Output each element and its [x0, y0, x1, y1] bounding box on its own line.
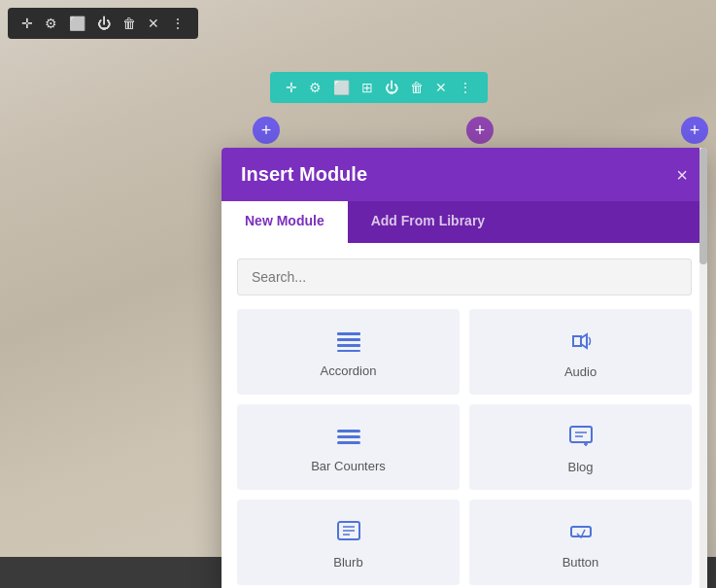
svg-rect-9 [570, 427, 592, 442]
insert-module-modal: Insert Module × New Module Add From Libr… [222, 148, 707, 588]
svg-marker-4 [573, 336, 581, 346]
scrollbar-thumb[interactable] [699, 148, 707, 264]
teal-more-icon[interactable]: ⋮ [455, 78, 476, 97]
teal-duplicate-icon[interactable]: ⬜ [329, 78, 354, 97]
accordion-icon [335, 330, 362, 356]
tab-new-module[interactable]: New Module [222, 201, 348, 243]
button-icon [568, 520, 594, 547]
add-module-button-mid[interactable]: + [466, 117, 494, 144]
teal-trash-icon[interactable]: 🗑 [406, 78, 427, 97]
teal-settings-icon[interactable]: ⚙ [305, 78, 325, 97]
module-audio[interactable]: Audio [469, 309, 692, 395]
modal-header: Insert Module × [222, 148, 707, 201]
module-bar-counters-label: Bar Counters [311, 459, 386, 473]
module-accordion-label: Accordion [321, 363, 377, 378]
module-blog[interactable]: Blog [469, 404, 692, 490]
settings-icon[interactable]: ⚙ [41, 14, 61, 33]
module-button[interactable]: Button [469, 500, 692, 585]
module-blurb[interactable]: Blurb [237, 500, 460, 585]
audio-icon [567, 329, 595, 357]
blog-icon [568, 425, 594, 452]
svg-rect-7 [337, 435, 360, 438]
modal-tabs: New Module Add From Library [222, 201, 707, 243]
add-module-button-right[interactable]: + [681, 117, 708, 144]
svg-rect-2 [337, 344, 360, 347]
trash-icon[interactable]: 🗑 [119, 14, 140, 33]
tab-add-from-library[interactable]: Add From Library [348, 201, 508, 243]
svg-rect-11 [571, 527, 591, 536]
module-button-label: Button [563, 555, 599, 570]
more-icon[interactable]: ⋮ [167, 14, 188, 33]
module-blurb-label: Blurb [333, 555, 362, 570]
svg-rect-1 [337, 338, 360, 341]
modal-close-button[interactable]: × [676, 165, 688, 185]
module-bar-counters[interactable]: Bar Counters [237, 404, 460, 490]
teal-power-icon[interactable]: ⏻ [381, 78, 402, 97]
duplicate-icon[interactable]: ⬜ [65, 14, 89, 33]
svg-rect-6 [337, 430, 360, 432]
teal-move-icon[interactable]: ✛ [282, 78, 301, 97]
svg-rect-0 [337, 332, 360, 335]
teal-close-icon[interactable]: ✕ [431, 78, 451, 97]
teal-columns-icon[interactable]: ⊞ [358, 78, 377, 97]
svg-rect-8 [337, 441, 360, 444]
scrollbar-track [699, 148, 707, 588]
move-icon[interactable]: ✛ [17, 14, 37, 33]
search-input[interactable] [237, 259, 692, 295]
close-icon[interactable]: ✕ [144, 14, 163, 33]
power-icon[interactable]: ⏻ [93, 14, 115, 33]
teal-toolbar: ✛ ⚙ ⬜ ⊞ ⏻ 🗑 ✕ ⋮ [270, 72, 488, 103]
add-module-button-left[interactable]: + [253, 117, 280, 144]
module-accordion[interactable]: Accordion [237, 309, 460, 395]
module-grid: Accordion Audio [237, 309, 692, 585]
modal-body: Accordion Audio [222, 243, 707, 588]
bar-counters-icon [335, 426, 362, 451]
blurb-icon [336, 520, 361, 547]
svg-rect-3 [337, 350, 360, 352]
module-audio-label: Audio [564, 364, 597, 379]
module-blog-label: Blog [567, 460, 593, 474]
top-toolbar: ✛ ⚙ ⬜ ⏻ 🗑 ✕ ⋮ [8, 8, 198, 39]
modal-title: Insert Module [241, 163, 367, 186]
